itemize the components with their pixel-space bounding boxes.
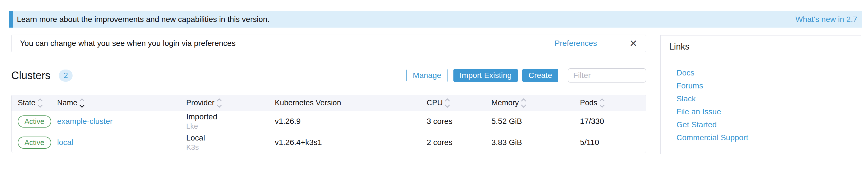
column-label: CPU [427,98,443,107]
sort-icon [445,99,449,107]
cpu-cell: 2 cores [421,132,485,153]
clusters-actions: Manage Import Existing Create [406,68,646,83]
filter-input[interactable] [568,68,646,83]
preferences-link[interactable]: Preferences [555,39,597,48]
preferences-banner: You can change what you see when you log… [11,35,646,52]
version-banner: Learn more about the improvements and ne… [9,11,862,28]
link-slack[interactable]: Slack [677,92,861,105]
link-forums[interactable]: Forums [677,79,861,92]
sort-icon [80,99,84,107]
page-title: Clusters [11,69,50,82]
column-label: Name [57,98,78,107]
create-button[interactable]: Create [522,69,558,82]
links-list: Docs Forums Slack File an Issue Get Star… [661,58,861,144]
provider-cell: Imported Lke [180,111,269,132]
provider-distro: Lke [186,122,198,130]
close-icon[interactable]: ✕ [629,38,638,48]
version-banner-message: Learn more about the improvements and ne… [17,15,270,24]
column-label: Pods [580,98,597,107]
status-badge: Active [18,137,51,149]
column-header-provider[interactable]: Provider [180,95,269,111]
kubernetes-version-cell: v1.26.9 [269,111,421,132]
sort-icon [522,99,525,107]
table-row: Active local Local K3s v1.26.4+k3s1 2 co… [11,132,646,153]
table-header: State Name Provider Kubernetes Version C… [11,95,646,111]
name-cell: example-cluster [51,111,180,132]
manage-button[interactable]: Manage [406,69,448,82]
table-body: Active example-cluster Imported Lke v1.2… [11,111,646,153]
links-panel-title: Links [661,35,861,58]
links-panel: Links Docs Forums Slack File an Issue Ge… [660,35,861,154]
cluster-name-link[interactable]: local [57,138,73,147]
link-file-an-issue[interactable]: File an Issue [677,105,861,118]
preferences-banner-message: You can change what you see when you log… [20,39,236,48]
pods-cell: 17/330 [574,111,646,132]
memory-cell: 5.52 GiB [485,111,574,132]
clusters-header-bar: Clusters 2 Manage Import Existing Create [11,67,646,83]
clusters-count-badge: 2 [59,69,72,82]
state-cell: Active [11,132,51,153]
provider-cell: Local K3s [180,132,269,153]
column-label: State [18,98,35,107]
provider-distro: K3s [186,144,199,151]
link-commercial-support[interactable]: Commercial Support [677,131,861,144]
link-docs[interactable]: Docs [677,66,861,79]
clusters-table: State Name Provider Kubernetes Version C… [11,95,646,153]
column-header-memory[interactable]: Memory [485,95,574,111]
provider-name: Local [186,134,205,142]
status-badge: Active [18,115,51,127]
cpu-cell: 3 cores [421,111,485,132]
memory-cell: 3.83 GiB [485,132,574,153]
column-label: Memory [491,98,519,107]
cluster-name-link[interactable]: example-cluster [57,117,113,126]
whats-new-link[interactable]: What's new in 2.7 [796,15,857,24]
column-header-pods[interactable]: Pods [574,95,646,111]
column-header-cpu[interactable]: CPU [421,95,485,111]
column-label: Provider [186,98,215,107]
column-label: Kubernetes Version [275,98,341,107]
table-row: Active example-cluster Imported Lke v1.2… [11,111,646,132]
sort-icon [600,99,604,107]
state-cell: Active [11,111,51,132]
sort-icon [38,99,42,107]
link-get-started[interactable]: Get Started [677,118,861,131]
kubernetes-version-cell: v1.26.4+k3s1 [269,132,421,153]
column-header-kubernetes-version[interactable]: Kubernetes Version [269,95,421,111]
column-header-name[interactable]: Name [51,95,180,111]
import-existing-button[interactable]: Import Existing [454,69,518,82]
table-header-row: State Name Provider Kubernetes Version C… [11,95,646,111]
pods-cell: 5/110 [574,132,646,153]
sort-icon [217,99,221,107]
column-header-state[interactable]: State [11,95,51,111]
name-cell: local [51,132,180,153]
provider-name: Imported [186,113,217,121]
